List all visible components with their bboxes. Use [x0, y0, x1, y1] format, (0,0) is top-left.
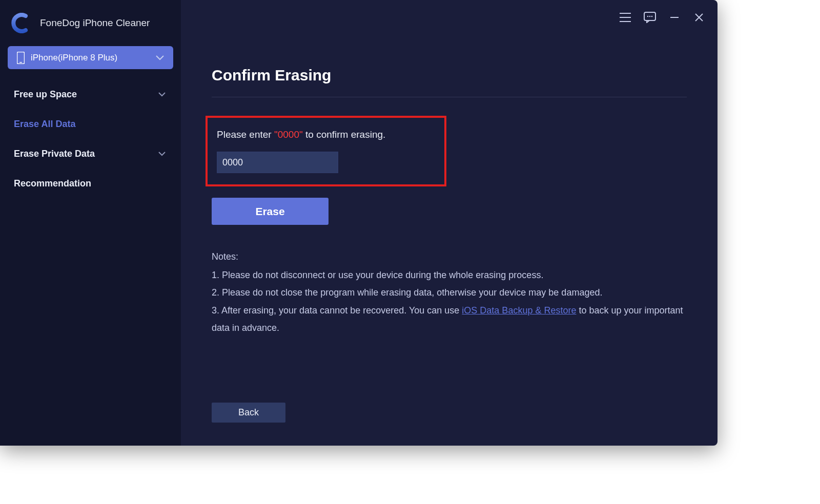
notes-heading: Notes:	[212, 248, 687, 265]
note-3: 3. After erasing, your data cannot be re…	[212, 302, 687, 337]
divider	[212, 97, 687, 97]
nav-recommendation[interactable]: Recommendation	[8, 169, 173, 198]
note-1: 1. Please do not disconnect or use your …	[212, 266, 687, 284]
sidebar: FoneDog iPhone Cleaner iPhone(iPhone 8 P…	[0, 0, 181, 446]
feedback-icon[interactable]	[644, 11, 656, 24]
note-3-pre: 3. After erasing, your data cannot be re…	[212, 305, 462, 316]
prompt-text-pre: Please enter	[217, 129, 274, 140]
nav-erase-private-data[interactable]: Erase Private Data	[8, 139, 173, 169]
svg-point-3	[647, 16, 649, 17]
svg-rect-1	[19, 62, 22, 63]
chevron-down-icon	[156, 53, 164, 62]
main-panel: Confirm Erasing Please enter "0000" to c…	[181, 0, 717, 446]
chevron-down-icon	[158, 92, 166, 97]
nav-label: Free up Space	[14, 89, 77, 100]
confirm-input[interactable]	[217, 152, 338, 173]
nav-erase-all-data[interactable]: Erase All Data	[8, 109, 173, 139]
device-selector[interactable]: iPhone(iPhone 8 Plus)	[8, 46, 173, 69]
svg-point-5	[651, 16, 653, 17]
app-title: FoneDog iPhone Cleaner	[40, 17, 150, 29]
nav-label: Erase Private Data	[14, 149, 95, 159]
svg-point-4	[649, 16, 651, 17]
logo-row: FoneDog iPhone Cleaner	[8, 8, 173, 46]
titlebar-controls	[619, 11, 705, 24]
confirm-highlight-box: Please enter "0000" to confirm erasing.	[206, 116, 446, 186]
close-icon[interactable]	[693, 11, 705, 24]
notes-block: Notes: 1. Please do not disconnect or us…	[212, 248, 687, 337]
minimize-icon[interactable]	[668, 11, 681, 24]
nav-label: Recommendation	[14, 178, 91, 189]
prompt-text-post: to confirm erasing.	[303, 129, 386, 140]
confirm-prompt: Please enter "0000" to confirm erasing.	[217, 129, 435, 140]
chevron-down-icon	[158, 152, 166, 156]
app-logo-icon	[10, 13, 31, 33]
nav-label: Erase All Data	[14, 119, 75, 130]
ios-backup-link[interactable]: iOS Data Backup & Restore	[462, 305, 576, 316]
erase-button[interactable]: Erase	[212, 198, 329, 225]
app-window: FoneDog iPhone Cleaner iPhone(iPhone 8 P…	[0, 0, 717, 446]
menu-icon[interactable]	[619, 11, 631, 24]
back-button[interactable]: Back	[212, 403, 285, 423]
nav-free-up-space[interactable]: Free up Space	[8, 79, 173, 109]
page-title: Confirm Erasing	[212, 67, 687, 84]
device-label: iPhone(iPhone 8 Plus)	[31, 53, 150, 63]
prompt-code: "0000"	[274, 129, 303, 140]
confirm-input-wrap	[217, 152, 338, 173]
note-2: 2. Please do not close the program while…	[212, 284, 687, 301]
phone-icon	[17, 52, 25, 64]
